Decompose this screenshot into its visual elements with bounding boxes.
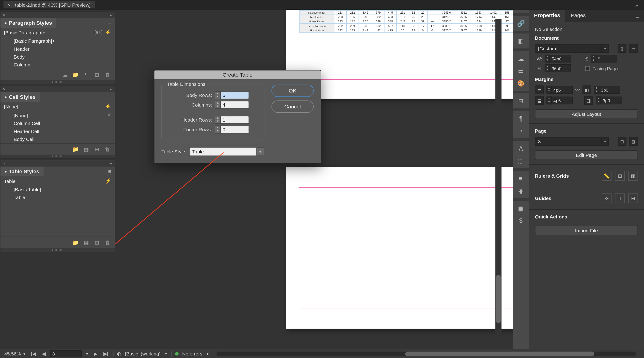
style-item[interactable]: Body [0, 53, 115, 61]
preflight-profile-icon[interactable]: ◐ [117, 351, 122, 356]
body-rows-stepper[interactable]: ▲▼ [215, 91, 249, 99]
chevron-down-icon[interactable]: ▼ [256, 147, 264, 156]
document-canvas[interactable]: Paul Derringer2232123.465794452513229—36… [115, 10, 513, 358]
cc-libraries-icon[interactable]: ☁ [62, 72, 68, 78]
link-margins-icon[interactable]: ⚯ [575, 87, 580, 93]
color-panel-icon[interactable]: 🎨 [514, 78, 528, 89]
delete-page-icon[interactable]: 🗑 [629, 137, 638, 146]
preflight-profile[interactable]: [Basic] (working) [125, 351, 160, 356]
horizontal-scrollbar[interactable] [216, 351, 636, 356]
vertical-scrollbar[interactable] [496, 19, 502, 349]
last-page-icon[interactable]: ▶| [102, 351, 110, 356]
panel-resize-handle[interactable] [0, 248, 115, 251]
folder-icon[interactable]: 📁 [72, 72, 79, 78]
stepper-up-icon[interactable]: ▲ [215, 92, 220, 95]
style-item[interactable]: Column Cell [0, 119, 115, 127]
trash-icon[interactable]: 🗑 [104, 72, 110, 78]
new-style-icon[interactable]: ⊞ [94, 146, 100, 152]
close-icon[interactable]: × [3, 161, 5, 166]
collapse-icon[interactable]: « [110, 161, 112, 166]
layers-panel-icon[interactable]: ◧ [514, 35, 528, 47]
style-item[interactable]: [Basic Table] [0, 186, 115, 193]
columns-input[interactable] [221, 101, 249, 109]
document-grid-icon[interactable]: ▦ [628, 171, 638, 181]
snap-icon[interactable]: ⊞ [628, 193, 638, 203]
panel-tab-table[interactable]: ▸Table Styles [0, 166, 44, 176]
page-field[interactable] [50, 350, 82, 357]
scripts-panel-icon[interactable]: $ [514, 215, 528, 227]
panel-menu-icon[interactable]: ≡ [631, 10, 644, 22]
panel-menu-icon[interactable]: ≡ [105, 92, 115, 102]
panel-resize-handle[interactable] [0, 80, 115, 84]
collapse-icon[interactable]: « [110, 87, 112, 91]
align-panel-icon[interactable]: ⊟ [514, 95, 528, 107]
margin-bottom-input[interactable]: ▲▼ [546, 96, 573, 104]
links-panel-icon[interactable]: 🔗 [514, 18, 528, 29]
ok-button[interactable]: OK [271, 85, 314, 97]
stepper-up-icon[interactable]: ▲ [215, 116, 220, 120]
close-icon[interactable]: × [3, 13, 5, 17]
panel-menu-icon[interactable]: ≡ [105, 18, 115, 28]
style-group-icon[interactable]: ▦ [83, 239, 89, 246]
style-item[interactable]: [None]✕ [0, 111, 115, 119]
import-file-button[interactable]: Import File [535, 226, 638, 235]
prev-page-icon[interactable]: ◀ [40, 351, 47, 356]
style-item[interactable]: Header [0, 45, 115, 53]
character-panel-icon[interactable]: A [514, 143, 528, 154]
tab-properties[interactable]: Properties [529, 10, 566, 22]
swatches-panel-icon[interactable]: ▦ [514, 203, 528, 214]
footer-rows-input[interactable] [221, 125, 249, 133]
current-style[interactable]: Table ⚡ [0, 176, 115, 186]
header-rows-stepper[interactable]: ▲▼ [215, 116, 249, 124]
style-group-icon[interactable]: ▦ [83, 146, 89, 152]
ruler-icon[interactable]: 📏 [602, 171, 612, 181]
trash-icon[interactable]: 🗑 [104, 146, 110, 152]
footer-rows-stepper[interactable]: ▲▼ [215, 125, 249, 133]
stepper-down-icon[interactable]: ▼ [215, 105, 220, 108]
margin-right-input[interactable]: ▲▼ [596, 96, 622, 104]
stepper-up-icon[interactable]: ▲ [215, 126, 220, 129]
tab-pages[interactable]: Pages [566, 10, 591, 22]
width-input[interactable]: ▲▼ [545, 55, 571, 63]
new-page-icon[interactable]: ⊞ [618, 137, 626, 146]
style-item[interactable]: [Basic Paragraph]+ [0, 37, 115, 45]
stroke-panel-icon[interactable]: ▭ [514, 65, 528, 77]
clear-override-icon[interactable]: ⚡ [105, 30, 111, 35]
stepper-up-icon[interactable]: ▲ [215, 101, 220, 105]
table-style-combo[interactable]: ▼ [189, 147, 264, 156]
table-style-input[interactable] [189, 147, 256, 156]
columns-stepper[interactable]: ▲▼ [215, 101, 249, 109]
new-style-icon[interactable]: ⊞ [94, 239, 100, 246]
chevron-down-icon[interactable]: ▼ [602, 137, 609, 146]
margin-left-input[interactable]: ▲▼ [594, 86, 620, 94]
edit-page-button[interactable]: Edit Page [535, 150, 638, 160]
new-style-icon[interactable]: ⊞ [94, 72, 100, 78]
close-icon[interactable]: × [8, 3, 10, 7]
current-style[interactable]: [Basic Paragraph]+ [a+]⚡ [0, 28, 115, 37]
style-item[interactable]: Header Cell [0, 127, 115, 135]
collapse-icon[interactable]: « [110, 13, 112, 17]
chevron-down-icon[interactable]: ▼ [602, 44, 609, 53]
close-icon[interactable]: × [3, 87, 5, 91]
style-item[interactable]: Body Cell [0, 135, 115, 143]
stepper-down-icon[interactable]: ▼ [215, 120, 220, 123]
chevron-down-icon[interactable]: ▼ [206, 352, 209, 356]
tabbar-overflow-icon[interactable]: » [635, 2, 640, 8]
baseline-grid-icon[interactable]: ⊟ [615, 171, 625, 181]
panel-tab-cell[interactable]: ▸Cell Styles [0, 92, 40, 102]
preset-select[interactable]: ▼ [535, 44, 609, 53]
paragraph-panel-icon[interactable]: ¶ [514, 113, 528, 124]
current-style[interactable]: [None] ⚡ [0, 102, 115, 111]
chevron-down-icon[interactable]: ▼ [86, 352, 89, 356]
list-panel-icon[interactable]: ≡ [514, 173, 528, 184]
navigator-panel-icon[interactable]: ⌖ [514, 125, 528, 136]
stepper-down-icon[interactable]: ▼ [215, 95, 220, 99]
panel-resize-handle[interactable] [0, 154, 115, 158]
margin-top-input[interactable]: ▲▼ [546, 86, 573, 94]
chevron-down-icon[interactable]: ▼ [164, 352, 168, 356]
body-rows-input[interactable] [221, 91, 249, 99]
smart-guides-icon[interactable]: ⌗ [615, 193, 625, 203]
style-item[interactable]: Table [0, 193, 115, 201]
effects-panel-icon[interactable]: ◉ [514, 185, 528, 197]
orientation-landscape-icon[interactable]: ▭ [629, 44, 638, 53]
